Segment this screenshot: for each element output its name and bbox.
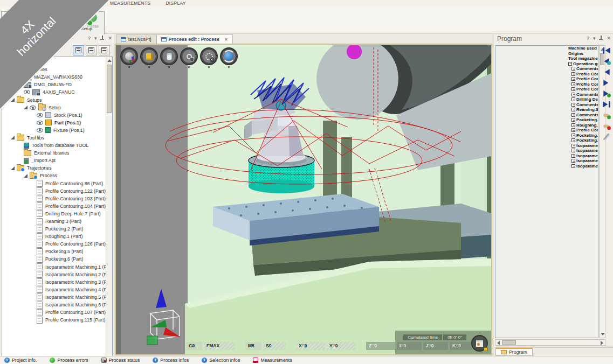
panel-menu-button[interactable]: ▾ xyxy=(593,36,596,41)
expand-box-icon[interactable] xyxy=(571,118,575,122)
program-horizontal-scrollbar[interactable] xyxy=(495,339,605,346)
replay-backward-button[interactable] xyxy=(602,58,611,65)
tree-item[interactable]: Isoparametric Machining.6 (Part) xyxy=(2,301,106,309)
simulation-refresh-button[interactable] xyxy=(220,47,238,65)
paperclip-icon[interactable] xyxy=(602,133,611,140)
tree-item[interactable]: Profile Contouring.103 (Part) xyxy=(2,195,106,202)
tree-item[interactable]: Isoparametric Machining.3 (Part) xyxy=(2,278,106,286)
list-view-button-1[interactable] xyxy=(73,45,84,55)
tree-item[interactable]: _Import Apt xyxy=(2,157,106,164)
program-tree-item[interactable]: Pocketing.2 xyxy=(566,117,598,123)
tree-item[interactable]: Profile Contouring.122 (Part) xyxy=(2,187,106,195)
save-state-button[interactable] xyxy=(471,335,488,352)
program-tree-item[interactable]: Profile Contouring.103 xyxy=(566,82,598,87)
help-button[interactable]: ? xyxy=(88,36,91,41)
tree-item[interactable]: External libraries xyxy=(2,149,106,157)
expand-box-icon[interactable] xyxy=(571,103,575,107)
tree-vertical-scrollbar[interactable] xyxy=(106,57,112,363)
program-tree-item[interactable]: Operation group xyxy=(566,61,598,67)
program-tree-item[interactable]: Comments xyxy=(566,92,598,97)
tree-item[interactable]: Fixture (Pos.1) xyxy=(2,127,106,134)
program-tree-item[interactable]: Tool magazine xyxy=(566,56,598,61)
expand-box-icon[interactable] xyxy=(571,144,575,148)
program-tree-item[interactable]: Drilling Deep Hole.7 xyxy=(566,97,598,102)
program-panel-tab[interactable]: Program xyxy=(495,348,533,356)
expand-box-icon[interactable] xyxy=(571,87,575,91)
play-forward-button[interactable] xyxy=(602,79,611,86)
status-item[interactable]: Project info. xyxy=(4,358,37,363)
expand-box-icon[interactable] xyxy=(571,134,575,137)
tree-item[interactable]: Pocketing.2 (Part) xyxy=(2,225,106,233)
expand-box-icon[interactable] xyxy=(571,159,575,163)
status-item[interactable]: Process status xyxy=(101,358,140,363)
expander-icon[interactable] xyxy=(11,136,15,139)
program-tree-item[interactable]: Isoparametric Machining.1 xyxy=(566,143,598,149)
program-tree-item[interactable]: Isoparametric Machining.3 xyxy=(566,153,598,159)
program-tree-item[interactable]: Machine used xyxy=(566,46,598,51)
program-tree-item[interactable]: Pocketing.5 xyxy=(566,133,598,138)
tree-item[interactable]: Pocketing.5 (Part) xyxy=(2,248,106,255)
program-tree-item[interactable]: Pocketing.6 xyxy=(566,138,598,143)
visibility-eye-icon[interactable] xyxy=(37,121,43,125)
chevron-down-icon[interactable]: ▼ xyxy=(168,66,171,69)
program-tree-item[interactable]: Roughing.1 xyxy=(566,123,598,128)
goto-start-button[interactable] xyxy=(602,47,611,54)
tree-item[interactable]: Profile Contouring.86 (Part) xyxy=(2,180,106,187)
scrollbar-thumb[interactable] xyxy=(107,65,112,113)
program-content[interactable]: Machine used Origins Tool magazine xyxy=(495,45,598,338)
program-tree-item[interactable]: Profile Contouring.104 xyxy=(566,87,598,92)
chevron-down-icon[interactable]: ▼ xyxy=(128,66,131,69)
tree-item[interactable]: Isoparametric Machining.4 (Part) xyxy=(2,286,106,293)
tree-item[interactable]: Profile Contouring.126 (Part) xyxy=(2,240,106,248)
expand-box-icon[interactable] xyxy=(571,108,575,111)
expander-icon[interactable] xyxy=(24,106,27,109)
tree-item[interactable]: Tools from database TOOL xyxy=(2,142,106,149)
tree-item[interactable]: Profile Contouring.115 (Part) xyxy=(2,316,106,324)
insert-operation-button[interactable] xyxy=(602,111,611,118)
render-mode-button[interactable] xyxy=(140,47,158,65)
program-tree-item[interactable]: Comments xyxy=(566,66,598,72)
play-backward-button[interactable] xyxy=(602,68,611,75)
tree-item[interactable]: Reaming.3 (Part) xyxy=(2,218,106,225)
scroll-left-arrow-icon[interactable] xyxy=(497,341,500,345)
program-tree-item[interactable]: Comments xyxy=(566,113,598,118)
visibility-eye-icon[interactable] xyxy=(24,90,30,94)
visibility-eye-icon[interactable] xyxy=(37,113,43,117)
ribbon-tab[interactable]: DISPLAY xyxy=(158,0,193,7)
expand-box-icon[interactable] xyxy=(568,62,572,66)
tree-item[interactable]: Isoparametric Machining.2 (Part) xyxy=(2,271,106,278)
expand-box-icon[interactable] xyxy=(571,97,575,101)
program-tree-item[interactable]: Profile Contouring.122 xyxy=(566,76,598,82)
selection-tools-button[interactable] xyxy=(200,47,218,65)
status-item[interactable]: Measurements xyxy=(253,358,292,363)
tree-item[interactable]: Isoparametric Machining.1 (Part) xyxy=(2,263,106,271)
tree-item[interactable]: Stock (Pos.1) xyxy=(2,111,106,119)
program-tree-item[interactable]: Isoparametric Machining.2 xyxy=(566,148,598,153)
goto-end-button[interactable] xyxy=(602,101,611,108)
tree-item[interactable]: Part (Pos.1) xyxy=(2,119,106,127)
expander-icon[interactable] xyxy=(24,174,27,178)
tree-item[interactable]: Profile Contouring.107 (Part) xyxy=(2,309,106,316)
list-view-button-3[interactable] xyxy=(99,45,110,55)
chevron-down-icon[interactable]: ▼ xyxy=(188,66,191,69)
expander-icon[interactable] xyxy=(11,166,15,170)
status-item[interactable]: Selection infos xyxy=(202,358,240,363)
ribbon-tab[interactable]: MEASUREMENTS xyxy=(102,0,158,7)
tree-item[interactable]: Pocketing.6 (Part) xyxy=(2,255,106,263)
expand-box-icon[interactable] xyxy=(571,72,575,76)
zoom-tools-button[interactable] xyxy=(180,47,198,65)
tree-item[interactable]: Profile Contouring.104 (Part) xyxy=(2,202,106,210)
program-tree-item[interactable]: Origins xyxy=(566,51,598,57)
scroll-up-arrow-icon[interactable] xyxy=(107,59,112,62)
stock-display-button[interactable] xyxy=(160,47,178,65)
pin-icon[interactable] xyxy=(100,36,104,40)
close-panel-button[interactable]: ✕ xyxy=(108,36,112,41)
expand-box-icon[interactable] xyxy=(571,123,575,127)
document-tab[interactable]: Process edit : Process xyxy=(156,34,233,44)
status-item[interactable]: Process infos xyxy=(153,358,189,363)
visibility-eye-icon[interactable] xyxy=(37,128,43,132)
list-view-button-2[interactable] xyxy=(86,45,97,55)
document-tab[interactable]: test.NcsPrj xyxy=(116,34,156,44)
visibility-eye-icon[interactable] xyxy=(30,106,36,110)
tree-item[interactable]: Isoparametric Machining.5 (Part) xyxy=(2,293,106,301)
